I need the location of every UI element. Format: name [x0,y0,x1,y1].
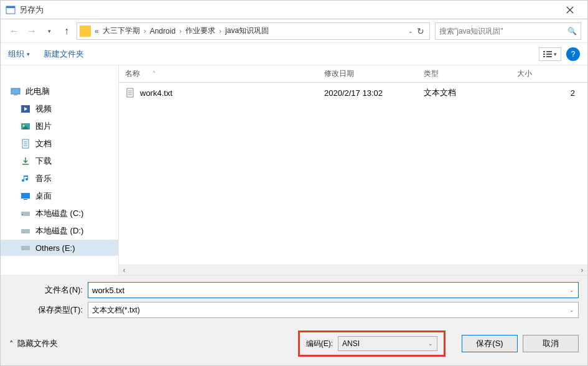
hide-folders-toggle[interactable]: ˄ 隐藏文件夹 [9,338,58,349]
sidebar-item-documents[interactable]: 文档 [1,135,118,152]
svg-rect-4 [543,51,545,52]
navigation-row: ← → ▾ ↑ « 大三下学期› Android› 作业要求› java知识巩固… [1,19,587,43]
horizontal-scrollbar[interactable]: ‹ › [119,265,587,275]
column-date[interactable]: 修改日期 [318,68,418,79]
sidebar-item-label: 文档 [35,138,52,149]
svg-rect-1 [6,6,15,8]
sidebar-item-local-d[interactable]: 本地磁盘 (D:) [1,222,118,240]
sidebar-item-label: Others (E:) [35,243,75,253]
up-button[interactable]: ↑ [59,24,74,39]
svg-rect-11 [14,95,17,95]
svg-rect-26 [21,229,30,233]
desktop-icon [21,191,30,201]
sidebar-item-label: 本地磁盘 (D:) [35,225,83,237]
column-type[interactable]: 类型 [418,68,511,79]
sidebar-item-this-pc[interactable]: 此电脑 [1,83,118,100]
back-button[interactable]: ← [7,24,22,39]
svg-rect-6 [543,54,545,55]
pc-icon [11,87,21,96]
savetype-dropdown[interactable]: ⌄ [569,307,574,313]
breadcrumb-item[interactable]: java知识巩固 [222,26,273,36]
column-size[interactable]: 大小 [511,68,587,79]
disk-icon [21,209,30,218]
title-bar: 另存为 [1,1,587,19]
help-button[interactable]: ? [566,47,580,61]
organize-button[interactable]: 组织 ▾ [8,49,30,60]
sidebar-item-downloads[interactable]: 下载 [1,152,118,170]
sidebar-item-others-e[interactable]: Others (E:) [1,240,118,256]
search-input[interactable] [439,27,567,35]
sidebar-item-local-c[interactable]: 本地磁盘 (C:) [1,205,118,222]
encoding-highlight: 编码(E): ANSI ⌄ [298,331,446,357]
file-name: work4.txt [140,88,172,98]
filename-combo[interactable]: ⌄ [88,282,579,298]
breadcrumb-item[interactable]: 大三下学期 [99,26,144,36]
filename-dropdown[interactable]: ⌄ [569,287,574,293]
file-size: 2 [511,88,587,98]
svg-rect-22 [21,193,30,199]
sidebar-tree[interactable]: 此电脑 视频 图片 文档 下载 音乐 [1,65,119,275]
svg-rect-23 [24,199,27,200]
savetype-label: 保存类型(T): [9,304,88,316]
address-dropdown[interactable]: ⌄ [408,28,413,34]
chevron-down-icon: ⌄ [428,340,433,347]
sidebar-item-pictures[interactable]: 图片 [1,118,118,135]
cancel-button[interactable]: 取消 [523,335,579,352]
svg-rect-7 [546,54,552,55]
sidebar-item-videos[interactable]: 视频 [1,100,118,118]
close-button[interactable] [558,1,582,19]
new-folder-button[interactable]: 新建文件夹 [44,49,84,60]
breadcrumb-item[interactable]: Android [146,27,179,35]
txt-file-icon [125,88,135,98]
disk-icon [21,243,30,253]
svg-rect-9 [546,56,552,57]
encoding-select[interactable]: ANSI ⌄ [338,336,437,351]
svg-rect-25 [22,214,23,215]
sidebar-item-music[interactable]: 音乐 [1,170,118,187]
document-icon [21,139,30,149]
forward-button[interactable]: → [24,24,39,39]
sidebar-item-label: 此电脑 [26,86,50,97]
file-row[interactable]: work4.txt 2020/2/17 13:02 文本文档 2 [119,83,587,103]
chevron-up-icon: ˄ [9,339,14,349]
video-icon [21,104,30,114]
view-options-button[interactable]: ▾ [539,47,561,61]
recent-dropdown[interactable]: ▾ [42,24,57,39]
scroll-left-button[interactable]: ‹ [119,265,129,276]
toolbar: 组织 ▾ 新建文件夹 ▾ ? [1,43,587,65]
refresh-button[interactable]: ↻ [417,26,424,36]
save-button[interactable]: 保存(S) [462,335,518,352]
encoding-value: ANSI [342,339,360,348]
download-icon [21,156,30,166]
svg-point-15 [23,125,25,127]
file-date: 2020/2/17 13:02 [318,88,418,98]
bottom-panel: 文件名(N): ⌄ 保存类型(T): 文本文档(*.txt) ⌄ ˄ 隐藏文件夹… [1,276,587,365]
svg-rect-5 [546,51,552,52]
sidebar-item-label: 下载 [35,156,52,167]
music-icon [21,174,30,184]
breadcrumb-item[interactable]: 作业要求 [182,26,219,36]
search-icon: 🔍 [567,27,577,35]
filename-label: 文件名(N): [9,284,88,296]
encoding-label: 编码(E): [306,339,333,349]
filename-input[interactable] [92,286,569,295]
app-icon [6,5,16,15]
svg-rect-10 [11,88,20,94]
file-pane: 名称˄ 修改日期 类型 大小 work4.txt 2020/2/17 13:02… [119,65,587,275]
hide-folders-label: 隐藏文件夹 [17,338,58,349]
sidebar-item-label: 本地磁盘 (C:) [35,208,83,219]
pictures-icon [21,121,30,131]
drive-icon [80,26,91,37]
svg-rect-24 [21,212,30,216]
file-type: 文本文档 [418,87,511,98]
window-title: 另存为 [19,4,558,16]
sidebar-item-desktop[interactable]: 桌面 [1,187,118,205]
search-box[interactable]: 🔍 [435,22,581,40]
savetype-combo[interactable]: 文本文档(*.txt) ⌄ [88,302,579,318]
column-name[interactable]: 名称˄ [119,68,318,79]
scroll-right-button[interactable]: › [577,265,587,276]
address-bar[interactable]: « 大三下学期› Android› 作业要求› java知识巩固 ⌄ ↻ [77,22,430,40]
sidebar-item-label: 视频 [35,103,52,115]
save-as-dialog: 另存为 ← → ▾ ↑ « 大三下学期› Android› 作业要求› java… [0,0,588,366]
sidebar-item-label: 图片 [35,121,52,132]
